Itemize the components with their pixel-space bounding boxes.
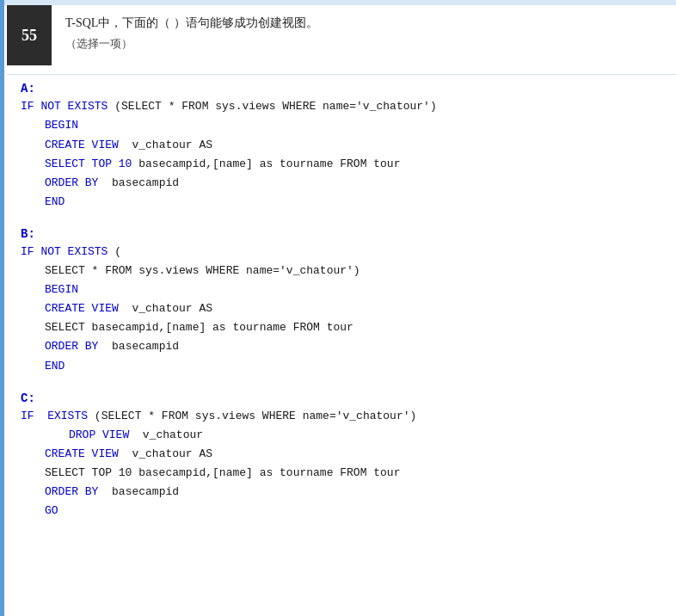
option-b-label: B: <box>21 227 35 241</box>
option-b[interactable]: B: IF NOT EXISTS ( SELECT * FROM sys.vie… <box>21 227 662 376</box>
question-container: 55 T-SQL中，下面的（ ）语句能够成功创建视图。 （选择一项） A: IF… <box>0 5 676 546</box>
answers-area: A: IF NOT EXISTS (SELECT * FROM sys.view… <box>7 82 676 546</box>
option-c[interactable]: C: IF EXISTS (SELECT * FROM sys.views WH… <box>21 391 662 521</box>
left-accent <box>0 0 4 616</box>
option-a-code: IF NOT EXISTS (SELECT * FROM sys.views W… <box>21 97 662 212</box>
question-header: 55 T-SQL中，下面的（ ）语句能够成功创建视图。 （选择一项） <box>7 5 676 65</box>
option-c-label: C: <box>21 391 35 405</box>
question-hint: （选择一项） <box>65 36 318 52</box>
option-b-code: IF NOT EXISTS ( SELECT * FROM sys.views … <box>21 243 662 376</box>
option-a-label: A: <box>21 82 35 95</box>
question-meta: T-SQL中，下面的（ ）语句能够成功创建视图。 （选择一项） <box>52 5 332 65</box>
question-text: T-SQL中，下面的（ ）语句能够成功创建视图。 <box>65 14 318 33</box>
divider <box>7 74 676 75</box>
option-a[interactable]: A: IF NOT EXISTS (SELECT * FROM sys.view… <box>21 82 662 212</box>
option-c-code: IF EXISTS (SELECT * FROM sys.views WHERE… <box>21 407 662 521</box>
question-number: 55 <box>22 27 37 45</box>
question-number-box: 55 <box>7 5 52 65</box>
